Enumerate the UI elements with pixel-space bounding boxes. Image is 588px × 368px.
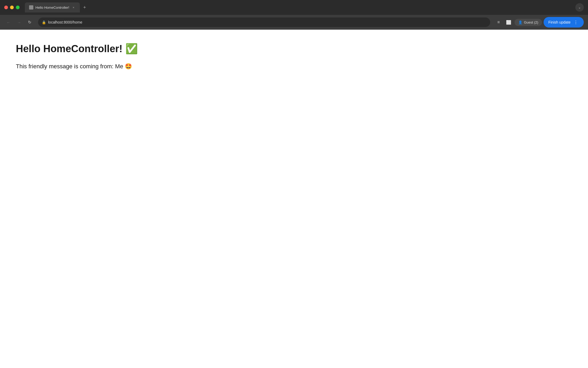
title-bar-right: ⌄ [575, 3, 584, 12]
maximize-button[interactable] [16, 6, 20, 9]
heading-text: Hello HomeController! ✅ [16, 43, 138, 55]
title-bar: Hello HomeController! × + ⌄ [0, 0, 588, 15]
finish-update-button[interactable]: Finish update ⋮ [544, 17, 584, 28]
finish-update-label: Finish update [548, 20, 571, 24]
back-button[interactable]: ← [4, 18, 13, 26]
page-content: Hello HomeController! ✅ This friendly me… [0, 30, 588, 368]
split-view-icon[interactable]: ⬜ [504, 18, 513, 26]
refresh-button[interactable]: ↻ [25, 18, 34, 26]
nav-bar: ← → ↻ 🔒 ≡ ⬜ 👤 Guest (2) Finish update ⋮ [0, 15, 588, 30]
tab-favicon [29, 5, 33, 10]
new-tab-button[interactable]: + [81, 4, 88, 11]
page-heading: Hello HomeController! ✅ [16, 43, 572, 55]
guest-icon: 👤 [518, 20, 522, 24]
chevron-down-icon[interactable]: ⌄ [575, 3, 584, 12]
subtext-content: This friendly message is coming from: Me… [16, 63, 132, 70]
nav-right-icons: ≡ ⬜ 👤 Guest (2) Finish update ⋮ [494, 17, 584, 28]
lock-icon: 🔒 [42, 20, 46, 24]
guest-button[interactable]: 👤 Guest (2) [514, 19, 542, 26]
page-subtext: This friendly message is coming from: Me… [16, 63, 572, 70]
minimize-button[interactable] [10, 6, 14, 9]
close-button[interactable] [4, 6, 8, 9]
active-tab[interactable]: Hello HomeController! × [25, 2, 80, 12]
guest-label: Guest (2) [524, 20, 538, 24]
traffic-lights [4, 6, 20, 9]
tab-close-button[interactable]: × [71, 5, 76, 10]
forward-button[interactable]: → [15, 18, 23, 26]
address-bar-container: 🔒 [38, 17, 490, 27]
more-options-icon[interactable]: ⋮ [573, 19, 579, 25]
reader-mode-icon[interactable]: ≡ [494, 18, 503, 26]
tab-bar: Hello HomeController! × + [25, 2, 572, 12]
tab-title: Hello HomeController! [35, 6, 69, 10]
address-bar[interactable] [48, 20, 486, 24]
